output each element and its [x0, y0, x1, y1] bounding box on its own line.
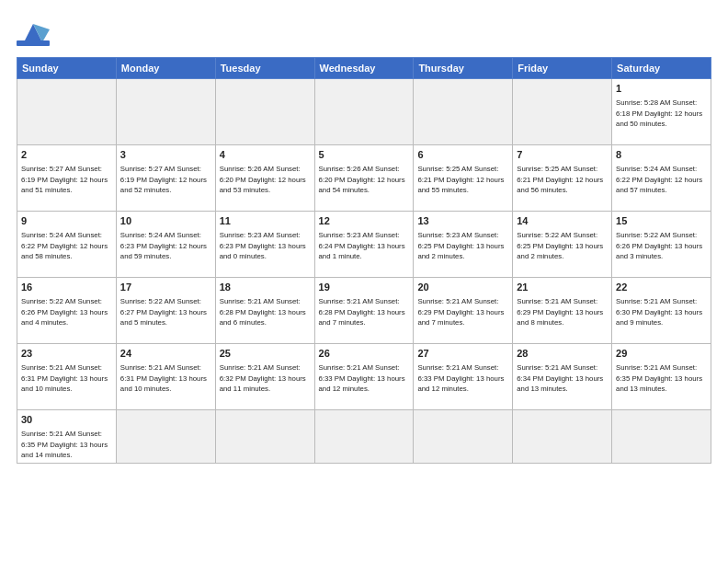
day-number: 29 [616, 347, 707, 361]
calendar-cell: 17Sunrise: 5:22 AM Sunset: 6:27 PM Dayli… [116, 278, 215, 344]
calendar-cell: 5Sunrise: 5:26 AM Sunset: 6:20 PM Daylig… [314, 145, 414, 212]
day-number: 19 [319, 281, 410, 294]
calendar-cell [414, 410, 513, 464]
day-info: Sunrise: 5:21 AM Sunset: 6:34 PM Dayligh… [517, 362, 608, 394]
calendar-cell [314, 79, 414, 145]
day-info: Sunrise: 5:24 AM Sunset: 6:23 PM Dayligh… [120, 230, 211, 261]
calendar-cell [215, 410, 314, 464]
day-info: Sunrise: 5:21 AM Sunset: 6:29 PM Dayligh… [517, 296, 608, 327]
logo [17, 17, 51, 50]
day-info: Sunrise: 5:23 AM Sunset: 6:24 PM Dayligh… [319, 230, 410, 261]
header-tuesday: Tuesday [215, 58, 314, 79]
header-thursday: Thursday [414, 58, 513, 79]
day-info: Sunrise: 5:21 AM Sunset: 6:35 PM Dayligh… [616, 362, 707, 394]
day-number: 22 [616, 281, 707, 294]
day-number: 13 [417, 214, 508, 228]
calendar-cell: 25Sunrise: 5:21 AM Sunset: 6:32 PM Dayli… [215, 344, 314, 410]
day-number: 26 [319, 347, 410, 361]
calendar-cell: 30Sunrise: 5:21 AM Sunset: 6:35 PM Dayli… [17, 410, 117, 464]
calendar-cell: 14Sunrise: 5:22 AM Sunset: 6:25 PM Dayli… [513, 212, 612, 278]
header-friday: Friday [513, 58, 612, 79]
day-info: Sunrise: 5:21 AM Sunset: 6:33 PM Dayligh… [417, 362, 508, 394]
header-wednesday: Wednesday [314, 58, 414, 79]
calendar-cell: 4Sunrise: 5:26 AM Sunset: 6:20 PM Daylig… [215, 145, 314, 212]
calendar-cell: 18Sunrise: 5:21 AM Sunset: 6:28 PM Dayli… [215, 278, 314, 344]
day-number: 17 [120, 281, 211, 294]
day-number: 20 [417, 281, 508, 294]
day-number: 5 [319, 148, 410, 162]
calendar-cell: 29Sunrise: 5:21 AM Sunset: 6:35 PM Dayli… [612, 344, 711, 410]
calendar-cell [513, 410, 612, 464]
calendar-cell: 19Sunrise: 5:21 AM Sunset: 6:28 PM Dayli… [314, 278, 414, 344]
day-number: 23 [21, 347, 112, 361]
day-info: Sunrise: 5:21 AM Sunset: 6:28 PM Dayligh… [220, 296, 311, 327]
calendar-cell: 22Sunrise: 5:21 AM Sunset: 6:30 PM Dayli… [612, 278, 711, 344]
day-info: Sunrise: 5:23 AM Sunset: 6:23 PM Dayligh… [220, 230, 311, 261]
day-info: Sunrise: 5:23 AM Sunset: 6:25 PM Dayligh… [417, 230, 508, 261]
day-number: 24 [120, 347, 211, 361]
calendar-cell: 7Sunrise: 5:25 AM Sunset: 6:21 PM Daylig… [513, 145, 612, 212]
day-number: 15 [616, 214, 707, 228]
day-info: Sunrise: 5:27 AM Sunset: 6:19 PM Dayligh… [120, 164, 211, 195]
day-number: 4 [220, 148, 311, 162]
day-number: 11 [220, 214, 311, 228]
calendar-cell: 1Sunrise: 5:28 AM Sunset: 6:18 PM Daylig… [612, 79, 711, 145]
day-number: 25 [220, 347, 311, 361]
svg-rect-2 [17, 40, 50, 46]
day-number: 7 [517, 148, 608, 162]
page-header [17, 17, 711, 50]
calendar-cell: 2Sunrise: 5:27 AM Sunset: 6:19 PM Daylig… [17, 145, 117, 212]
day-info: Sunrise: 5:21 AM Sunset: 6:32 PM Dayligh… [220, 362, 311, 394]
day-info: Sunrise: 5:25 AM Sunset: 6:21 PM Dayligh… [517, 164, 608, 195]
day-number: 12 [319, 214, 410, 228]
day-info: Sunrise: 5:21 AM Sunset: 6:29 PM Dayligh… [417, 296, 508, 327]
calendar-cell [513, 79, 612, 145]
day-info: Sunrise: 5:21 AM Sunset: 6:35 PM Dayligh… [21, 429, 112, 460]
calendar-cell: 24Sunrise: 5:21 AM Sunset: 6:31 PM Dayli… [116, 344, 215, 410]
calendar-table: Sunday Monday Tuesday Wednesday Thursday… [17, 57, 711, 464]
day-info: Sunrise: 5:22 AM Sunset: 6:26 PM Dayligh… [616, 230, 707, 261]
day-info: Sunrise: 5:22 AM Sunset: 6:27 PM Dayligh… [120, 296, 211, 327]
day-number: 2 [21, 148, 112, 162]
day-info: Sunrise: 5:21 AM Sunset: 6:31 PM Dayligh… [21, 362, 112, 394]
day-number: 21 [517, 281, 608, 294]
day-info: Sunrise: 5:27 AM Sunset: 6:19 PM Dayligh… [21, 164, 112, 195]
day-info: Sunrise: 5:21 AM Sunset: 6:30 PM Dayligh… [616, 296, 707, 327]
calendar-cell: 6Sunrise: 5:25 AM Sunset: 6:21 PM Daylig… [414, 145, 513, 212]
day-number: 3 [120, 148, 211, 162]
calendar-cell: 8Sunrise: 5:24 AM Sunset: 6:22 PM Daylig… [612, 145, 711, 212]
day-info: Sunrise: 5:21 AM Sunset: 6:33 PM Dayligh… [319, 362, 410, 394]
day-info: Sunrise: 5:26 AM Sunset: 6:20 PM Dayligh… [220, 164, 311, 195]
calendar-cell [215, 79, 314, 145]
weekday-header-row: Sunday Monday Tuesday Wednesday Thursday… [17, 58, 711, 79]
calendar-cell: 13Sunrise: 5:23 AM Sunset: 6:25 PM Dayli… [414, 212, 513, 278]
day-info: Sunrise: 5:24 AM Sunset: 6:22 PM Dayligh… [616, 164, 707, 195]
calendar-cell: 16Sunrise: 5:22 AM Sunset: 6:26 PM Dayli… [17, 278, 117, 344]
calendar-cell: 11Sunrise: 5:23 AM Sunset: 6:23 PM Dayli… [215, 212, 314, 278]
day-info: Sunrise: 5:25 AM Sunset: 6:21 PM Dayligh… [417, 164, 508, 195]
calendar-cell: 15Sunrise: 5:22 AM Sunset: 6:26 PM Dayli… [612, 212, 711, 278]
calendar-cell: 12Sunrise: 5:23 AM Sunset: 6:24 PM Dayli… [314, 212, 414, 278]
day-number: 14 [517, 214, 608, 228]
calendar-cell [116, 79, 215, 145]
calendar-cell [414, 79, 513, 145]
day-number: 16 [21, 281, 112, 294]
header-monday: Monday [116, 58, 215, 79]
calendar-cell: 28Sunrise: 5:21 AM Sunset: 6:34 PM Dayli… [513, 344, 612, 410]
day-number: 6 [417, 148, 508, 162]
day-number: 1 [616, 82, 707, 96]
day-info: Sunrise: 5:22 AM Sunset: 6:26 PM Dayligh… [21, 296, 112, 327]
calendar-cell: 10Sunrise: 5:24 AM Sunset: 6:23 PM Dayli… [116, 212, 215, 278]
day-number: 27 [417, 347, 508, 361]
day-info: Sunrise: 5:21 AM Sunset: 6:31 PM Dayligh… [120, 362, 211, 394]
calendar-cell: 3Sunrise: 5:27 AM Sunset: 6:19 PM Daylig… [116, 145, 215, 212]
day-info: Sunrise: 5:21 AM Sunset: 6:28 PM Dayligh… [319, 296, 410, 327]
day-info: Sunrise: 5:28 AM Sunset: 6:18 PM Dayligh… [616, 98, 707, 129]
calendar-cell: 20Sunrise: 5:21 AM Sunset: 6:29 PM Dayli… [414, 278, 513, 344]
calendar-cell [116, 410, 215, 464]
day-number: 8 [616, 148, 707, 162]
calendar-cell [17, 79, 117, 145]
header-saturday: Saturday [612, 58, 711, 79]
calendar-cell: 27Sunrise: 5:21 AM Sunset: 6:33 PM Dayli… [414, 344, 513, 410]
day-number: 9 [21, 214, 112, 228]
